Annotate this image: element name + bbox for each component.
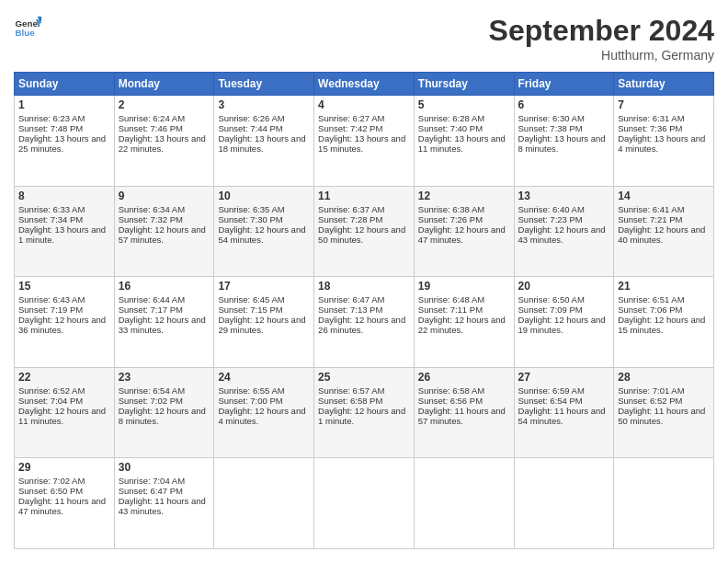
day-number: 9 [119, 190, 210, 202]
sunrise-label: Sunrise: 7:02 AM [18, 476, 85, 486]
sunset-label: Sunset: 7:42 PM [318, 123, 382, 133]
day-number: 14 [618, 190, 710, 202]
sunrise-label: Sunrise: 6:52 AM [18, 385, 85, 396]
sunset-label: Sunset: 7:06 PM [618, 304, 682, 315]
table-cell: 19 Sunrise: 6:48 AM Sunset: 7:11 PM Dayl… [414, 277, 514, 368]
sunset-label: Sunset: 6:52 PM [618, 396, 682, 406]
table-cell: 10 Sunrise: 6:35 AM Sunset: 7:30 PM Dayl… [214, 186, 314, 277]
daylight-label: Daylight: 13 hours and 11 minutes. [418, 133, 506, 154]
daylight-label: Daylight: 11 hours and 57 minutes. [418, 406, 506, 426]
day-number: 26 [418, 371, 510, 384]
table-cell: 29 Sunrise: 7:02 AM Sunset: 6:50 PM Dayl… [15, 458, 115, 549]
table-cell [514, 458, 614, 549]
daylight-label: Daylight: 12 hours and 33 minutes. [119, 315, 206, 335]
sunset-label: Sunset: 7:19 PM [18, 304, 83, 315]
sunrise-label: Sunrise: 7:04 AM [119, 476, 185, 486]
sunset-label: Sunset: 7:17 PM [119, 304, 183, 315]
daylight-label: Daylight: 12 hours and 57 minutes. [119, 224, 206, 245]
sunrise-label: Sunrise: 6:47 AM [318, 294, 384, 304]
table-cell [214, 458, 314, 549]
table-cell: 3 Sunrise: 6:26 AM Sunset: 7:44 PM Dayli… [214, 96, 314, 187]
sunrise-label: Sunrise: 6:40 AM [518, 204, 585, 214]
daylight-label: Daylight: 12 hours and 43 minutes. [518, 224, 606, 245]
table-cell [314, 458, 415, 549]
sunrise-label: Sunrise: 7:01 AM [618, 385, 684, 396]
day-number: 16 [119, 280, 210, 293]
table-cell: 28 Sunrise: 7:01 AM Sunset: 6:52 PM Dayl… [614, 367, 714, 458]
sunrise-label: Sunrise: 6:57 AM [318, 385, 384, 396]
week-row-2: 8 Sunrise: 6:33 AM Sunset: 7:34 PM Dayli… [15, 186, 714, 277]
sunrise-label: Sunrise: 6:27 AM [318, 113, 384, 123]
daylight-label: Daylight: 13 hours and 22 minutes. [119, 133, 206, 154]
table-cell: 27 Sunrise: 6:59 AM Sunset: 6:54 PM Dayl… [514, 367, 614, 458]
day-number: 8 [18, 190, 110, 202]
table-cell: 26 Sunrise: 6:58 AM Sunset: 6:56 PM Dayl… [414, 367, 514, 458]
day-number: 7 [618, 98, 710, 111]
table-cell: 20 Sunrise: 6:50 AM Sunset: 7:09 PM Dayl… [514, 277, 614, 368]
table-cell: 14 Sunrise: 6:41 AM Sunset: 7:21 PM Dayl… [614, 186, 714, 277]
title-block: September 2024 Hutthurm, Germany [489, 14, 714, 63]
logo: General Blue [14, 14, 41, 41]
month-title: September 2024 [489, 14, 714, 48]
day-number: 20 [518, 280, 610, 293]
table-cell: 2 Sunrise: 6:24 AM Sunset: 7:46 PM Dayli… [114, 96, 214, 187]
table-cell: 6 Sunrise: 6:30 AM Sunset: 7:38 PM Dayli… [514, 96, 614, 187]
header-sunday: Sunday [15, 73, 115, 96]
sunrise-label: Sunrise: 6:28 AM [418, 113, 484, 123]
daylight-label: Daylight: 12 hours and 50 minutes. [318, 224, 405, 245]
table-cell: 5 Sunrise: 6:28 AM Sunset: 7:40 PM Dayli… [414, 96, 514, 187]
daylight-label: Daylight: 13 hours and 1 minute. [18, 224, 106, 245]
table-cell: 24 Sunrise: 6:55 AM Sunset: 7:00 PM Dayl… [214, 367, 314, 458]
sunrise-label: Sunrise: 6:55 AM [218, 385, 284, 396]
daylight-label: Daylight: 13 hours and 25 minutes. [18, 133, 106, 154]
daylight-label: Daylight: 12 hours and 8 minutes. [119, 406, 206, 426]
sunset-label: Sunset: 6:54 PM [518, 396, 583, 406]
header-friday: Friday [514, 73, 614, 96]
sunset-label: Sunset: 7:23 PM [518, 214, 583, 224]
day-number: 13 [518, 190, 610, 202]
sunset-label: Sunset: 7:46 PM [119, 123, 183, 133]
table-cell: 8 Sunrise: 6:33 AM Sunset: 7:34 PM Dayli… [15, 186, 115, 277]
day-number: 24 [218, 371, 310, 384]
daylight-label: Daylight: 12 hours and 54 minutes. [218, 224, 305, 245]
header-monday: Monday [114, 73, 214, 96]
daylight-label: Daylight: 11 hours and 47 minutes. [18, 496, 106, 516]
sunset-label: Sunset: 7:00 PM [218, 396, 282, 406]
sunrise-label: Sunrise: 6:59 AM [518, 385, 585, 396]
table-cell: 18 Sunrise: 6:47 AM Sunset: 7:13 PM Dayl… [314, 277, 415, 368]
daylight-label: Daylight: 12 hours and 40 minutes. [618, 224, 705, 245]
daylight-label: Daylight: 13 hours and 15 minutes. [318, 133, 405, 154]
sunset-label: Sunset: 7:21 PM [618, 214, 682, 224]
table-cell: 17 Sunrise: 6:45 AM Sunset: 7:15 PM Dayl… [214, 277, 314, 368]
day-number: 27 [518, 371, 610, 384]
table-cell: 25 Sunrise: 6:57 AM Sunset: 6:58 PM Dayl… [314, 367, 415, 458]
day-number: 5 [418, 98, 510, 111]
sunset-label: Sunset: 6:58 PM [318, 396, 382, 406]
daylight-label: Daylight: 11 hours and 54 minutes. [518, 406, 606, 426]
day-number: 12 [418, 190, 510, 202]
day-number: 21 [618, 280, 710, 293]
table-cell [414, 458, 514, 549]
svg-text:Blue: Blue [16, 28, 36, 38]
page: General Blue September 2024 Hutthurm, Ge… [0, 0, 728, 563]
table-cell: 23 Sunrise: 6:54 AM Sunset: 7:02 PM Dayl… [114, 367, 214, 458]
week-row-4: 22 Sunrise: 6:52 AM Sunset: 7:04 PM Dayl… [15, 367, 714, 458]
daylight-label: Daylight: 12 hours and 4 minutes. [218, 406, 305, 426]
sunset-label: Sunset: 7:44 PM [218, 123, 282, 133]
calendar-table: Sunday Monday Tuesday Wednesday Thursday… [14, 72, 714, 549]
table-cell: 30 Sunrise: 7:04 AM Sunset: 6:47 PM Dayl… [114, 458, 214, 549]
table-cell: 22 Sunrise: 6:52 AM Sunset: 7:04 PM Dayl… [15, 367, 115, 458]
daylight-label: Daylight: 11 hours and 43 minutes. [119, 496, 206, 516]
day-number: 25 [318, 371, 410, 384]
sunrise-label: Sunrise: 6:33 AM [18, 204, 85, 214]
table-cell: 15 Sunrise: 6:43 AM Sunset: 7:19 PM Dayl… [15, 277, 115, 368]
sunrise-label: Sunrise: 6:44 AM [119, 294, 185, 304]
day-number: 29 [18, 461, 110, 474]
week-row-1: 1 Sunrise: 6:23 AM Sunset: 7:48 PM Dayli… [15, 96, 714, 187]
daylight-label: Daylight: 12 hours and 11 minutes. [18, 406, 106, 426]
sunrise-label: Sunrise: 6:31 AM [618, 113, 684, 123]
week-row-5: 29 Sunrise: 7:02 AM Sunset: 6:50 PM Dayl… [15, 458, 714, 549]
daylight-label: Daylight: 12 hours and 15 minutes. [618, 315, 705, 335]
day-number: 23 [119, 371, 210, 384]
sunset-label: Sunset: 7:09 PM [518, 304, 583, 315]
